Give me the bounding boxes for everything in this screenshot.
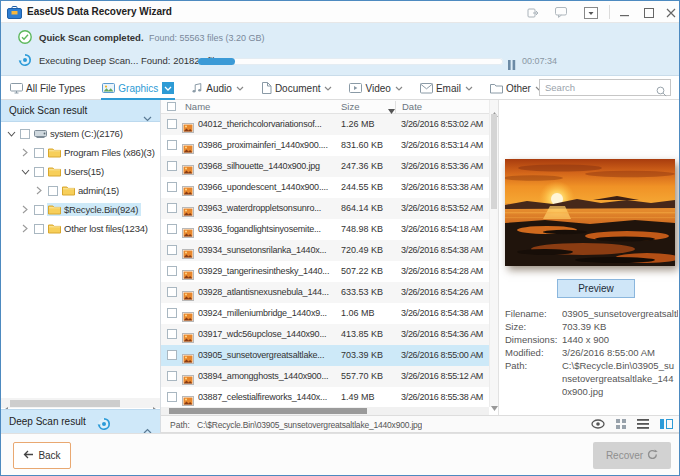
checkbox[interactable] <box>167 245 177 255</box>
scrollbar-thumb[interactable] <box>10 400 120 407</box>
filter-audio[interactable]: Audio <box>190 76 245 100</box>
filter-all-file-types[interactable]: All File Types <box>9 76 86 100</box>
file-row[interactable]: 03968_silhouette_1440x900.jpg247.36 KB3/… <box>161 156 489 177</box>
column-name[interactable]: Name <box>185 101 210 112</box>
scrollbar-thumb[interactable] <box>491 114 497 209</box>
list-view-icon[interactable] <box>637 419 649 429</box>
recover-button[interactable]: Recover <box>593 442 671 469</box>
deep-scan-result-header[interactable]: Deep Scan result <box>1 409 160 433</box>
file-row[interactable]: 03936_fogandlightsinyosemite...748.98 KB… <box>161 219 489 240</box>
chevron-down-icon[interactable] <box>324 86 332 91</box>
file-row[interactable]: 03924_milleniumbridge_1440x9...1.06 MB3/… <box>161 303 489 324</box>
path-value: C:\$Recycle.Bin\03905_sunsetovergreatsal… <box>197 420 422 430</box>
checkbox[interactable] <box>167 182 177 192</box>
folder-outline-icon <box>490 83 503 94</box>
chevron-right-icon[interactable] <box>19 224 31 233</box>
file-row[interactable]: 03917_wdc56upclose_1440x90...413.85 KB3/… <box>161 324 489 345</box>
tree-item[interactable]: Program Files (x86)(3) <box>1 143 160 162</box>
tree-item[interactable]: $Recycle.Bin(924) <box>1 200 160 219</box>
checkbox[interactable] <box>167 287 177 297</box>
file-size: 720.49 KB <box>341 245 387 255</box>
maximize-button[interactable] <box>641 6 657 19</box>
path-label: Path: <box>170 420 190 430</box>
file-row[interactable]: 03928_atlantisnexusnebula_144...633.53 K… <box>161 282 489 303</box>
column-date[interactable]: Date <box>402 101 422 112</box>
chevron-right-icon[interactable] <box>33 186 45 195</box>
tree-item[interactable]: Users(15) <box>1 162 160 181</box>
chevron-down-icon[interactable] <box>5 131 17 137</box>
checkbox[interactable] <box>48 186 58 196</box>
column-size[interactable]: Size <box>341 101 359 112</box>
file-row[interactable]: 03986_proximainferi_1440x900....831.60 K… <box>161 135 489 156</box>
filter-label: Email <box>436 83 461 94</box>
file-row[interactable]: 03966_upondescent_1440x900....244.55 KB3… <box>161 177 489 198</box>
select-all-checkbox[interactable] <box>167 102 176 111</box>
file-size: 703.39 KB <box>341 350 387 360</box>
feedback-icon[interactable] <box>553 6 569 19</box>
checkbox[interactable] <box>167 119 177 129</box>
share-icon[interactable] <box>525 6 541 19</box>
details-view-icon[interactable] <box>660 419 673 429</box>
menu-dropdown-icon[interactable] <box>583 6 599 19</box>
filter-video[interactable]: Video <box>348 76 403 100</box>
scroll-down-icon[interactable] <box>491 397 498 415</box>
filter-document[interactable]: Document <box>260 76 334 100</box>
checkbox[interactable] <box>34 167 44 177</box>
preview-button[interactable]: Preview <box>557 279 635 298</box>
chevron-down-icon[interactable] <box>465 86 473 91</box>
tree-item[interactable]: Other lost files(1234) <box>1 219 160 238</box>
file-row[interactable]: 03963_waterdroppletsonsunro...864.14 KB3… <box>161 198 489 219</box>
close-button[interactable] <box>663 6 679 19</box>
filter-email[interactable]: Email <box>419 76 474 100</box>
filter-other[interactable]: Other <box>489 76 544 100</box>
back-button[interactable]: Back <box>13 442 71 469</box>
dropdown-icon[interactable] <box>162 82 174 94</box>
file-size: 864.14 KB <box>341 203 387 213</box>
folder-icon <box>48 223 61 234</box>
tree-item[interactable]: admin(15) <box>1 181 160 200</box>
list-vertical-scrollbar[interactable] <box>489 100 498 407</box>
checkbox[interactable] <box>167 329 177 339</box>
file-row[interactable]: 03905_sunsetovergreatsaltlake...703.39 K… <box>161 345 489 366</box>
quick-scan-result-header[interactable]: Quick Scan result <box>1 100 160 122</box>
file-row[interactable]: 03929_tangerinesinthesky_1440...507.22 K… <box>161 261 489 282</box>
checkbox[interactable] <box>167 308 177 318</box>
checkbox[interactable] <box>167 140 177 150</box>
search-input[interactable] <box>543 80 653 95</box>
checkbox[interactable] <box>34 205 44 215</box>
checkbox[interactable] <box>167 371 177 381</box>
file-row[interactable]: 03894_amongghosts_1440x900...557.70 KB3/… <box>161 366 489 387</box>
chevron-down-icon[interactable] <box>19 169 31 175</box>
thumbnail-view-icon[interactable] <box>616 419 626 429</box>
chevron-down-icon[interactable] <box>395 86 403 91</box>
chevron-right-icon[interactable] <box>19 148 31 157</box>
file-type-filters: All File TypesGraphicsAudioDocumentVideo… <box>9 76 544 100</box>
checkbox[interactable] <box>34 148 44 158</box>
search-icon[interactable] <box>656 83 667 101</box>
tree-item[interactable]: system (C:)(2176) <box>1 124 160 143</box>
file-row[interactable]: 03887_celestialfireworks_1440x...1.49 MB… <box>161 387 489 407</box>
footer-bar: Back Recover <box>1 433 679 476</box>
checkbox[interactable] <box>167 392 177 402</box>
chevron-right-icon[interactable] <box>19 205 31 214</box>
file-row[interactable]: 04012_therichcolorvariationsof...1.26 MB… <box>161 114 489 135</box>
checkbox[interactable] <box>167 224 177 234</box>
list-horizontal-scrollbar[interactable] <box>161 407 489 415</box>
file-row[interactable]: 03934_sunsetonsrilanka_1440x...720.49 KB… <box>161 240 489 261</box>
chevron-down-icon[interactable] <box>236 86 244 91</box>
preview-eye-icon[interactable] <box>591 419 605 429</box>
pause-icon[interactable] <box>508 56 516 66</box>
checkbox[interactable] <box>167 161 177 171</box>
file-date: 3/26/2016 8:55:12 AM <box>401 371 489 381</box>
app-logo-icon <box>7 5 22 18</box>
checkbox[interactable] <box>167 203 177 213</box>
scrollbar-thumb[interactable] <box>169 408 367 414</box>
tree-horizontal-scrollbar[interactable] <box>1 398 160 408</box>
checkbox[interactable] <box>167 350 177 360</box>
file-name: 03894_amongghosts_1440x900... <box>198 371 340 381</box>
checkbox[interactable] <box>167 266 177 276</box>
checkbox[interactable] <box>20 129 30 139</box>
filter-graphics[interactable]: Graphics <box>101 76 175 100</box>
checkbox[interactable] <box>34 224 44 234</box>
minimize-button[interactable] <box>617 6 633 19</box>
